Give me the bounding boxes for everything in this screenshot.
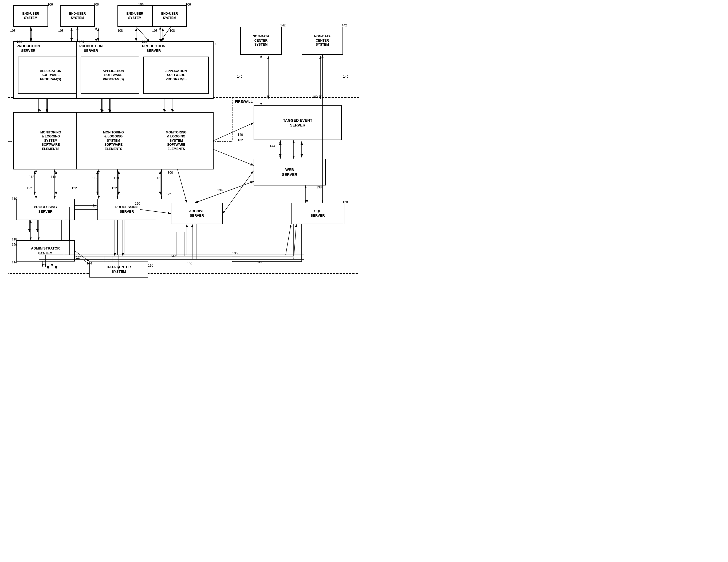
end-user-system-4: END-USER SYSTEM [152, 5, 187, 27]
non-data-center-2: NON-DATA CENTER SYSTEM [302, 27, 343, 55]
archive-server: ARCHIVE SERVER [171, 203, 223, 224]
label-118a: 118 [51, 175, 56, 179]
label-136a: 136 [232, 252, 238, 255]
label-124a: 124 [76, 256, 81, 260]
end-user-system-3: END-USER SYSTEM [117, 5, 152, 27]
production-server-3: PRODUCTIONSERVER APPLICATION SOFTWARE PR… [139, 41, 214, 99]
processing-server-1: PROCESSING SERVER [16, 199, 75, 220]
label-104c: 104 [141, 40, 147, 44]
label-106b: 106 [93, 3, 99, 6]
label-106a: 106 [48, 3, 53, 6]
label-102c: 102 [212, 42, 217, 46]
label-122a: 122 [27, 186, 32, 190]
label-128: 128 [343, 200, 348, 204]
svg-line-57 [160, 27, 171, 42]
data-center-system: DATA CENTER SYSTEM [89, 262, 148, 278]
label-104a: 104 [17, 40, 22, 44]
label-120a: 120 [12, 243, 17, 247]
label-114: 114 [12, 261, 17, 264]
label-112a: 112 [29, 175, 34, 179]
svg-line-92 [223, 171, 254, 214]
label-136b: 136 [256, 260, 262, 264]
app-software-1: APPLICATION SOFTWARE PROGRAM(S) [18, 57, 83, 94]
label-106c: 106 [138, 3, 144, 6]
label-108b: 108 [58, 29, 64, 33]
label-144: 144 [270, 144, 275, 148]
label-124b: 124 [87, 262, 92, 265]
svg-line-97 [178, 170, 187, 203]
svg-line-85 [294, 224, 296, 260]
label-138: 138 [316, 186, 322, 189]
label-122c: 122 [112, 186, 117, 190]
label-300c: 300 [168, 171, 173, 175]
label-130b: 130 [187, 262, 192, 266]
label-130a: 130 [170, 254, 176, 258]
label-112b: 112 [92, 176, 97, 180]
label-110b: 110 [92, 205, 97, 209]
label-112c: 112 [155, 176, 160, 180]
label-132: 132 [238, 138, 243, 142]
label-142b: 142 [342, 23, 347, 27]
app-software-3: APPLICATION SOFTWARE PROGRAM(S) [143, 57, 209, 94]
label-106d: 106 [186, 3, 191, 6]
end-user-system-1: END-USER SYSTEM [13, 5, 48, 27]
non-data-center-1: NON-DATA CENTER SYSTEM [240, 27, 282, 55]
svg-line-91 [214, 123, 254, 141]
label-140: 140 [238, 133, 243, 137]
tagged-event-server: TAGGED EVENT SERVER [254, 105, 342, 140]
processing-server-2: PROCESSING SERVER [97, 199, 156, 220]
label-108e: 108 [170, 29, 175, 33]
label-110a: 110 [12, 197, 17, 201]
sql-server: SQL SERVER [291, 203, 344, 224]
web-server: WEB SERVER [254, 159, 326, 186]
label-118b: 118 [113, 176, 119, 180]
administrator-system: ADMINISTRATOR SYSTEM [16, 240, 75, 262]
end-user-system-2: END-USER SYSTEM [60, 5, 95, 27]
label-108d: 108 [152, 29, 158, 33]
label-146a: 146 [237, 75, 242, 79]
label-108c: 108 [117, 29, 123, 33]
label-108a: 108 [10, 29, 15, 33]
label-146b: 146 [343, 75, 348, 79]
label-122b: 122 [72, 186, 77, 190]
svg-line-84 [286, 224, 291, 255]
label-126: 126 [166, 192, 171, 196]
firewall-label: FIREWALL [235, 100, 253, 104]
monitoring-3: MONITORING & LOGGING SYSTEM SOFTWARE ELE… [139, 112, 214, 170]
label-142a: 142 [280, 23, 286, 27]
label-116: 116 [148, 264, 153, 268]
diagram: END-USER SYSTEM END-USER SYSTEM END-USER… [0, 0, 364, 281]
label-104b: 104 [79, 40, 84, 44]
svg-line-55 [136, 27, 149, 42]
svg-line-45 [195, 182, 254, 203]
label-100: 100 [312, 95, 318, 99]
app-software-2: APPLICATION SOFTWARE PROGRAM(S) [81, 57, 146, 94]
label-118c: 118 [12, 238, 17, 241]
label-120b: 120 [135, 202, 140, 206]
label-134: 134 [217, 189, 223, 192]
